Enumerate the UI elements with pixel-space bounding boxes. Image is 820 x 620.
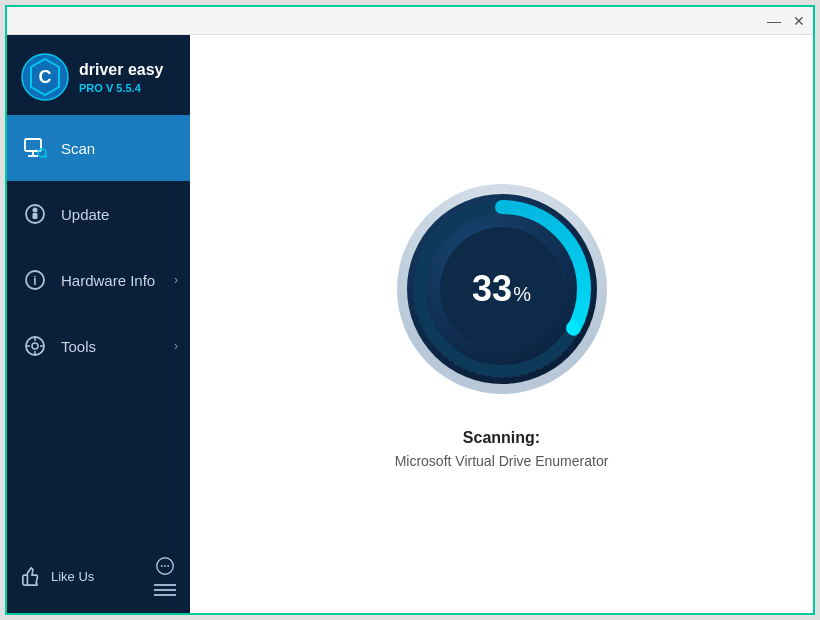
svg-point-23 (167, 565, 169, 567)
sidebar-item-update-label: Update (61, 206, 109, 223)
app-window: — ✕ C driver easy PRO V 5.5.4 (5, 5, 815, 615)
progress-percent: 33% (472, 268, 531, 310)
like-us-label: Like Us (51, 569, 94, 584)
scanning-item: Microsoft Virtual Drive Enumerator (395, 453, 609, 469)
svg-text:C: C (39, 67, 52, 87)
scan-icon (21, 134, 49, 162)
svg-point-22 (164, 565, 166, 567)
tools-icon (21, 332, 49, 360)
chat-icon[interactable] (154, 555, 176, 577)
sidebar-item-update[interactable]: Update (7, 181, 190, 247)
scanning-label: Scanning: (463, 429, 540, 447)
nav-items: Scan Update (7, 115, 190, 543)
sidebar-item-hardware-info[interactable]: i Hardware Info › (7, 247, 190, 313)
titlebar: — ✕ (7, 7, 813, 35)
svg-rect-10 (33, 213, 38, 219)
hardware-info-icon: i (21, 266, 49, 294)
tools-chevron: › (174, 339, 178, 353)
sidebar-item-tools[interactable]: Tools › (7, 313, 190, 379)
app-logo-icon: C (21, 53, 69, 101)
like-us-button[interactable]: Like Us (21, 565, 94, 587)
svg-point-9 (33, 208, 38, 213)
sidebar-bottom: Like Us (7, 543, 190, 613)
svg-line-7 (45, 156, 47, 158)
close-button[interactable]: ✕ (793, 14, 805, 28)
svg-point-21 (161, 565, 163, 567)
svg-point-33 (566, 321, 580, 335)
menu-icon[interactable] (154, 583, 176, 597)
thumbs-up-icon (21, 565, 43, 587)
main-area: C driver easy PRO V 5.5.4 (7, 35, 813, 613)
logo-text: driver easy PRO V 5.5.4 (79, 60, 164, 93)
app-version: PRO V 5.5.4 (79, 82, 164, 94)
update-icon (21, 200, 49, 228)
logo-area: C driver easy PRO V 5.5.4 (7, 35, 190, 115)
svg-point-6 (38, 149, 46, 157)
progress-circle-container: 33% (392, 179, 612, 399)
sidebar-item-scan[interactable]: Scan (7, 115, 190, 181)
sidebar-item-scan-label: Scan (61, 140, 95, 157)
hardware-info-chevron: › (174, 273, 178, 287)
sidebar-item-hardware-info-label: Hardware Info (61, 272, 155, 289)
minimize-button[interactable]: — (767, 14, 781, 28)
sidebar: C driver easy PRO V 5.5.4 (7, 35, 190, 613)
content-area: 33% Scanning: Microsoft Virtual Drive En… (190, 35, 813, 613)
svg-point-15 (32, 343, 38, 349)
bottom-icons (154, 555, 176, 597)
svg-text:i: i (33, 274, 36, 288)
sidebar-item-tools-label: Tools (61, 338, 96, 355)
svg-rect-3 (25, 139, 41, 151)
app-name: driver easy (79, 60, 164, 79)
